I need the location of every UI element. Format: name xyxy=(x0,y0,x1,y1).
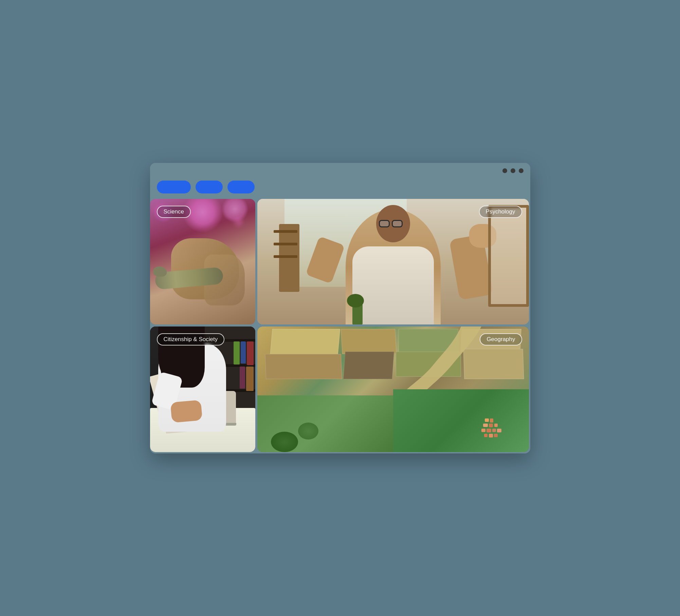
psychology-label: Psychology xyxy=(479,206,522,218)
toolbar xyxy=(150,177,530,199)
content-area: Science xyxy=(150,199,530,453)
citizenship-label: Citizenship & Society xyxy=(157,333,225,346)
window-dot-3[interactable] xyxy=(519,168,523,173)
geography-label: Geography xyxy=(480,333,522,346)
card-citizenship[interactable]: Citizenship & Society xyxy=(150,326,255,452)
card-science[interactable]: Science xyxy=(150,199,255,324)
science-label: Science xyxy=(157,206,191,218)
toolbar-button-1[interactable] xyxy=(157,181,191,193)
title-bar xyxy=(150,163,530,177)
window-controls xyxy=(502,168,523,173)
window-dot-1[interactable] xyxy=(502,168,507,173)
card-geography[interactable]: Geography xyxy=(257,326,529,452)
browser-window: Science xyxy=(150,163,530,453)
toolbar-button-2[interactable] xyxy=(196,181,223,193)
card-psychology[interactable]: Psychology xyxy=(257,199,529,324)
window-dot-2[interactable] xyxy=(511,168,515,173)
toolbar-button-3[interactable] xyxy=(227,181,255,193)
